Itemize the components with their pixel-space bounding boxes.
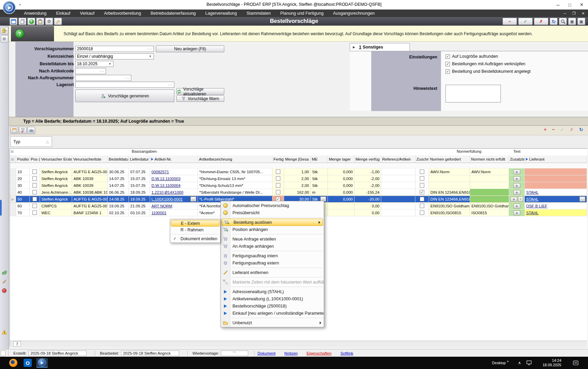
zusatztext-button[interactable]: a <box>513 210 520 215</box>
cell-posb[interactable] <box>30 209 40 216</box>
artikel-link[interactable]: 1.2210 Ø14X1000 <box>151 190 183 194</box>
cell-lieferant[interactable] <box>525 168 587 175</box>
typ-filter[interactable]: Typ △ <box>10 136 52 147</box>
checkbox-icon[interactable] <box>420 204 424 208</box>
column-header-lieferdatum[interactable]: Lieferdatur <box>129 155 150 163</box>
lookup-ellipsis-icon[interactable]: ··· <box>98 69 106 73</box>
zusatztext-button[interactable]: a <box>513 183 520 188</box>
ellipsis-button[interactable]: … <box>579 196 585 202</box>
cell-bestelldatum[interactable]: 30.06.25 <box>108 168 129 175</box>
cell-normen_gefordert[interactable]: DIN EN 123456,EN9100 <box>429 189 470 195</box>
settings-checkbox-auf-losgröße-aufrunden[interactable]: Auf Losgröße aufrunden <box>445 54 498 59</box>
cell-menge_lager[interactable]: 0,000 <box>328 196 355 202</box>
settings-checkbox-bestellungen-mit-aufträgen-verknüpfen[interactable]: Bestellungen mit Aufträgen verknüpfen <box>445 62 525 66</box>
cell-fertig[interactable] <box>272 182 284 189</box>
column-header-posb[interactable]: Pos (B <box>30 155 40 163</box>
cell-normen_gefordert[interactable]: DIN EN 123456,EN9100 <box>429 196 470 202</box>
cell-normen_gefordert[interactable]: AWV.Norm <box>429 168 470 175</box>
lookup-ellipsis-icon[interactable]: ··· <box>146 47 153 51</box>
row-remove-icon[interactable]: − <box>552 127 555 132</box>
menu-item-arbeitsvorbereitung[interactable]: Arbeitsvorbereitung <box>99 10 146 17</box>
prodat-logo-icon[interactable]: ▶ <box>3 1 16 14</box>
cell-bestelldatum[interactable]: 14.07.25 <box>108 182 129 189</box>
help-question-icon[interactable]: ? <box>15 29 24 38</box>
notification-center-icon[interactable] <box>573 357 578 369</box>
context-menu-item-adressverwaltung-stahl[interactable]: Adressverwaltung (STAHL) <box>221 288 324 295</box>
zusatztext-button[interactable]: a <box>513 190 520 195</box>
cell-lieferdatum[interactable]: 21.09.25 <box>129 203 150 209</box>
artikel-link[interactable]: ART NORM <box>151 204 172 208</box>
checkbox-icon[interactable] <box>420 183 424 188</box>
context-menu-item-bestellvorschläge-2500018[interactable]: Bestellvorschläge (2500018) <box>221 302 324 310</box>
taskbar-desktop[interactable]: Desktop » <box>492 357 509 369</box>
cell-lieferant[interactable]: STAHL <box>525 209 587 216</box>
lagerort-input[interactable] <box>76 82 166 87</box>
column-header-menge_lager[interactable]: Menge lager <box>328 155 355 163</box>
broom-small-icon[interactable] <box>1 278 8 285</box>
table-row-40[interactable]: 40Jens Achtmann ;...ABK 10038;ABK 10...0… <box>10 189 587 196</box>
artikel-link[interactable]: 00082571 <box>151 170 169 174</box>
column-layout-icon[interactable] <box>10 127 18 134</box>
menu-item-verkauf[interactable]: Verkauf <box>75 10 99 17</box>
checkbox-icon[interactable] <box>276 183 280 188</box>
close-button[interactable]: × <box>580 2 583 8</box>
artikel-link[interactable]: D.W.13.1100003 <box>151 177 181 181</box>
taskbar-outlook-icon[interactable]: O <box>22 358 34 368</box>
cell-verursacher[interactable]: Steffen Angrick <box>40 196 72 202</box>
column-header-fertig[interactable]: Fertigu <box>272 155 284 163</box>
table-row-10[interactable]: 10Steffen AngrickAUFTG E AG25-00...30.06… <box>10 168 587 175</box>
lookup-ellipsis-icon[interactable]: ··· <box>123 76 131 80</box>
cancel-button[interactable]: ✗ <box>534 18 548 25</box>
sort-ascending-icon[interactable]: △ <box>46 139 49 144</box>
cell-bestelldatum[interactable]: 19.09.25 <box>108 203 129 209</box>
cell-bestelldatum[interactable]: 14.07.25 <box>108 175 129 182</box>
cell-bestelldatum[interactable]: 14.08.25 <box>108 196 129 202</box>
checkbox-icon[interactable] <box>445 69 450 74</box>
cell-normen_nicht_erfuellt[interactable]: EN9100,ISO Goldham... <box>470 203 509 209</box>
menu-item-lagerverwaltung[interactable]: Lagerverwaltung <box>201 10 242 17</box>
zusatztext-button[interactable]: a <box>510 197 517 202</box>
exit-icon[interactable] <box>1 27 8 35</box>
warning-icon[interactable] <box>1 328 8 336</box>
cell-posb[interactable] <box>30 189 40 195</box>
cell-menge_lager[interactable] <box>328 203 355 209</box>
cell-pos[interactable]: 10 <box>16 168 30 175</box>
minimize-button[interactable]: ─ <box>557 2 560 8</box>
menu-item-einkauf[interactable]: Einkauf <box>51 10 75 17</box>
settings-checkbox-bestellung-und-bestelldokument-angelegt[interactable]: Bestellung und Bestelldokument angelegt <box>445 69 531 74</box>
remove-button[interactable]: − <box>503 18 517 25</box>
column-header-verursacherliste[interactable]: Verursacherliste <box>72 155 108 163</box>
mdi-close-button[interactable]: × <box>582 11 585 16</box>
cell-verursacher[interactable]: Jens Achtmann ;... <box>40 189 72 195</box>
cell-zuschnitt[interactable] <box>415 189 429 195</box>
context-menu-item-lieferant-entfernen[interactable]: Lieferant entfernen <box>221 269 324 276</box>
cell-verursacherliste[interactable]: AUFTG E AG25-00... <box>72 203 108 209</box>
cell-pos[interactable]: 40 <box>16 189 30 195</box>
cell-zuschnitt[interactable] <box>415 209 429 216</box>
new-row-strip[interactable] <box>10 163 587 168</box>
artikelcode-input[interactable] <box>76 69 98 73</box>
cell-me[interactable]: m <box>311 189 328 195</box>
cell-pos[interactable]: 30 <box>16 182 30 189</box>
lagerort-field[interactable]: ··· <box>75 82 174 88</box>
column-header-bezeichnung[interactable]: Artikelbezeichnung <box>198 155 272 163</box>
context-menu-item-fertigungsauftrag-intern[interactable]: ⚙Fertigungsauftrag intern <box>221 252 324 259</box>
cell-menge_verfuegbar[interactable]: -1,00 <box>355 168 381 175</box>
wiedervorlage-spinner[interactable]: ** <box>221 351 248 356</box>
cell-normen_nicht_erfuellt[interactable]: ISO0815 <box>470 209 509 216</box>
cell-normen_gefordert[interactable]: EN9100,ISO0815 <box>429 209 470 216</box>
cell-normen_gefordert[interactable] <box>429 182 470 189</box>
cell-zuschnitt[interactable] <box>415 196 429 202</box>
maximize-button[interactable]: □ <box>569 2 571 8</box>
vorschlagsnummer-input[interactable] <box>76 46 146 51</box>
cell-menge[interactable]: 2,00 <box>284 182 311 189</box>
column-header-artikel[interactable]: Artikel-Nr. <box>150 155 198 163</box>
artikelcode-field[interactable]: ··· <box>75 68 106 74</box>
confirm-button[interactable]: ✓ <box>518 18 533 25</box>
ellipsis-button[interactable]: … <box>190 196 196 202</box>
search-icon[interactable] <box>559 18 567 25</box>
checkbox-icon[interactable] <box>445 62 450 66</box>
aktualisieren-button[interactable]: Vorschläge aktualisieren <box>176 88 224 95</box>
context-menu-item-position-anhängen[interactable]: Position anhängen <box>221 226 324 233</box>
footer-link-eigenschaften[interactable]: Eigenschaften <box>307 351 332 355</box>
